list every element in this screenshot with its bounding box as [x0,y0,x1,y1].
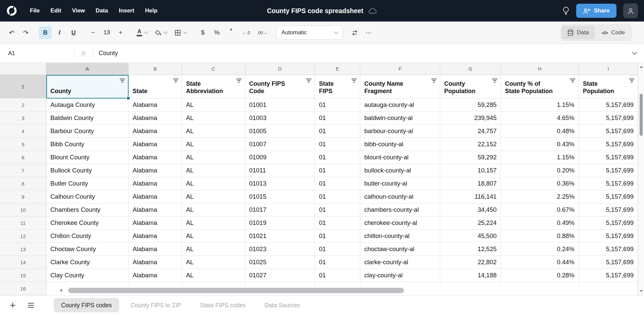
scroll-up-arrow-icon[interactable] [640,66,643,68]
text-color-button[interactable]: A [134,26,151,39]
cell-H14[interactable]: 0.44% [501,256,579,269]
bold-button[interactable]: B [39,26,52,39]
filter-icon[interactable] [173,78,179,83]
cell-H3[interactable]: 4.65% [501,112,579,125]
cell-I13[interactable]: 5,157,699 [579,243,638,256]
share-button[interactable]: Share [576,4,616,18]
horizontal-scroll-track[interactable] [65,288,637,293]
cell-E13[interactable]: 01 [315,243,360,256]
cell-E4[interactable]: 01 [315,125,360,138]
cell-D3[interactable]: 01003 [245,112,315,125]
cell-A7[interactable]: Bullock County [46,164,129,177]
cell-I9[interactable]: 5,157,699 [579,190,638,203]
app-logo-icon[interactable] [6,5,17,16]
cell-D1[interactable]: County FIPS Code [245,75,315,99]
underline-button[interactable]: U [67,26,80,39]
cell-B6[interactable]: Alabama [129,151,182,164]
cell-D12[interactable]: 01021 [245,230,315,243]
cell-H13[interactable]: 0.24% [501,243,579,256]
row-header-7[interactable]: 7 [0,164,46,177]
cell-F10[interactable]: chambers-county-al [360,203,440,216]
thousands-separator-button[interactable]: ’ [225,26,237,39]
cell-E7[interactable]: 01 [315,164,360,177]
cell-F1[interactable]: County Name Fragment [360,75,440,99]
cell-D7[interactable]: 01011 [245,164,315,177]
cell-B10[interactable]: Alabama [129,203,182,216]
cell-F4[interactable]: barbour-county-al [360,125,440,138]
cell-C12[interactable]: AL [182,230,245,243]
cell-F13[interactable]: choctaw-county-al [360,243,440,256]
cell-C14[interactable]: AL [182,256,245,269]
cell-E9[interactable]: 01 [315,190,360,203]
cell-C4[interactable]: AL [182,125,245,138]
cell-E1[interactable]: State FIPS [315,75,360,99]
column-header-F[interactable]: F [360,63,440,75]
row-header-11[interactable]: 11 [0,216,46,230]
cell-C3[interactable]: AL [182,112,245,125]
menu-data[interactable]: Data [91,5,112,17]
cell-F8[interactable]: butler-county-al [360,177,440,190]
cell-C10[interactable]: AL [182,203,245,216]
cell-B5[interactable]: Alabama [129,138,182,151]
column-header-G[interactable]: G [440,63,501,75]
cell-I11[interactable]: 5,157,699 [579,216,638,230]
cell-I10[interactable]: 5,157,699 [579,203,638,216]
cell-F14[interactable]: clarke-county-al [360,256,440,269]
cell-B15[interactable]: Alabama [129,269,182,282]
cell-D6[interactable]: 01009 [245,151,315,164]
cell-I15[interactable]: 5,157,699 [579,269,638,282]
filter-icon[interactable] [351,78,357,83]
cell-F6[interactable]: blount-county-al [360,151,440,164]
sheet-tab-data-sources[interactable]: Data Sources [257,298,308,312]
cell-A15[interactable]: Clay County [46,269,129,282]
cell-I12[interactable]: 5,157,699 [579,230,638,243]
cell-B4[interactable]: Alabama [129,125,182,138]
cell-A11[interactable]: Cherokee County [46,216,129,230]
cell-B9[interactable]: Alabama [129,190,182,203]
code-view-button[interactable]: </> Code [596,26,631,39]
filter-icon[interactable] [492,78,498,83]
cell-G5[interactable]: 22,152 [440,138,501,151]
add-sheet-button[interactable] [5,298,20,313]
cell-D8[interactable]: 01013 [245,177,315,190]
sync-arrows-button[interactable] [348,26,361,39]
cell-A1[interactable]: County [46,75,129,99]
sheet-tab-state-fips-codes[interactable]: State FIPS codes [193,298,253,312]
cell-G3[interactable]: 239,945 [440,112,501,125]
more-options-button[interactable]: ⋯ [362,26,375,39]
filter-icon[interactable] [236,78,242,83]
cell-B1[interactable]: State [129,75,182,99]
sheet-tab-county-fips-codes[interactable]: County FIPS codes [54,298,119,312]
italic-button[interactable]: I [53,26,66,39]
menu-view[interactable]: View [67,5,89,17]
font-size-value[interactable]: 13 [101,29,113,36]
column-header-I[interactable]: I [579,63,638,75]
cell-B2[interactable]: Alabama [129,99,182,112]
cell-I3[interactable]: 5,157,699 [579,112,638,125]
cell-F7[interactable]: bullock-county-al [360,164,440,177]
cell-A13[interactable]: Choctaw County [46,243,129,256]
cell-A4[interactable]: Barbour County [46,125,129,138]
column-header-A[interactable]: A [46,63,129,75]
cell-H10[interactable]: 0.67% [501,203,579,216]
cell-B11[interactable]: Alabama [129,216,182,230]
cell-B7[interactable]: Alabama [129,164,182,177]
cell-D14[interactable]: 01025 [245,256,315,269]
cell-H12[interactable]: 0.88% [501,230,579,243]
cell-F2[interactable]: autauga-county-al [360,99,440,112]
cell-D9[interactable]: 01015 [245,190,315,203]
menu-insert[interactable]: Insert [114,5,139,17]
cell-G11[interactable]: 25,224 [440,216,501,230]
cell-H5[interactable]: 0.43% [501,138,579,151]
cell-A8[interactable]: Butler County [46,177,129,190]
horizontal-scrollbar[interactable] [47,286,637,295]
cell-F3[interactable]: baldwin-county-al [360,112,440,125]
cell-H8[interactable]: 0.36% [501,177,579,190]
menu-file[interactable]: File [26,5,44,17]
filter-icon[interactable] [431,78,437,83]
row-header-3[interactable]: 3 [0,112,46,125]
cell-H4[interactable]: 0.48% [501,125,579,138]
row-header-16[interactable]: 16 [0,282,46,295]
select-all-corner[interactable] [0,63,46,75]
tips-lightbulb-icon[interactable] [562,6,569,15]
